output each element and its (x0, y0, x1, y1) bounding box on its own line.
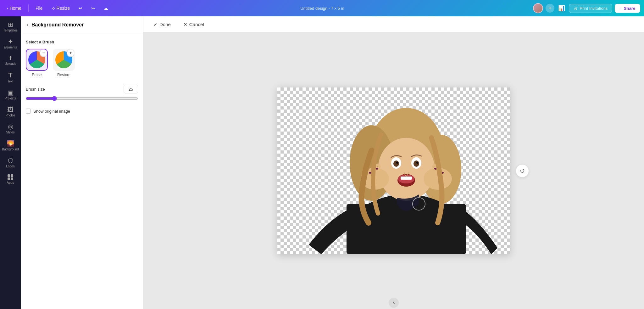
brush-size-value: 25 (124, 85, 138, 93)
sidebar-item-elements[interactable]: ✦ Elements (1, 36, 20, 52)
resize-icon: ⊹ (52, 6, 55, 11)
x-icon: ✕ (183, 22, 187, 27)
erase-overlay: − (40, 49, 48, 57)
sidebar-label-logos: Logos (6, 165, 14, 168)
restore-brush-option[interactable]: + Restore (53, 49, 75, 77)
show-original-row: Show original image (26, 109, 138, 114)
erase-label: Erase (32, 73, 42, 77)
cloud-save-button[interactable]: ☁ (101, 4, 111, 13)
sidebar-label-background: Background (2, 148, 19, 151)
back-button[interactable]: ‹ (26, 21, 29, 29)
share-label: Share (624, 6, 635, 11)
main-area: ✓ Done ✕ Cancel (143, 16, 644, 309)
canvas-container: ↺ (277, 87, 510, 254)
sidebar-item-apps[interactable]: Apps (1, 172, 20, 187)
photos-icon: 🖼 (7, 106, 14, 113)
done-button[interactable]: ✓ Done (151, 20, 173, 29)
apps-icon (8, 174, 13, 180)
redo-icon: ↪ (91, 6, 95, 11)
sidebar-item-uploads[interactable]: ⬆ Uploads (1, 53, 20, 68)
redo-button[interactable]: ↪ (88, 4, 98, 13)
undo-icon: ↩ (79, 6, 82, 11)
sidebar-label-projects: Projects (5, 97, 16, 100)
resize-label: Resize (57, 6, 70, 11)
cancel-label: Cancel (189, 22, 204, 27)
svg-point-11 (396, 162, 398, 164)
sidebar-label-templates: Templates (3, 29, 18, 32)
restore-brush-img: + (55, 51, 72, 68)
brush-size-slider-container (26, 96, 138, 102)
sidebar-item-photos[interactable]: 🖼 Photos (1, 104, 20, 120)
resize-button[interactable]: ⊹ Resize (48, 4, 73, 13)
text-icon: T (8, 72, 12, 79)
analytics-icon[interactable]: 📊 (557, 3, 566, 13)
sidebar-item-text[interactable]: T Text (1, 69, 20, 86)
templates-icon: ⊞ (8, 21, 13, 28)
avatar[interactable] (533, 3, 543, 13)
projects-icon: ▣ (8, 89, 14, 96)
uploads-icon: ⬆ (8, 55, 13, 61)
styles-icon: ◎ (8, 123, 13, 130)
sidebar: ⊞ Templates ✦ Elements ⬆ Uploads T Text … (0, 16, 21, 309)
sidebar-item-projects[interactable]: ▣ Projects (1, 87, 20, 103)
show-original-checkbox[interactable] (26, 109, 31, 114)
background-icon: 🌄 (7, 140, 14, 147)
logos-icon: ⬡ (8, 157, 13, 164)
brush-section-title: Select a Brush (26, 40, 138, 44)
restore-brush-icon-wrap: + (53, 49, 75, 71)
topbar: ‹ Home File ⊹ Resize ↩ ↪ ☁ Untitled desi… (0, 0, 644, 16)
sidebar-item-background[interactable]: 🌄 Background (1, 138, 20, 154)
refresh-icon: ↺ (520, 167, 525, 175)
sidebar-label-elements: Elements (4, 46, 17, 49)
erase-brush-img: − (28, 51, 45, 68)
cloud-icon: ☁ (104, 6, 108, 11)
undo-button[interactable]: ↩ (75, 4, 86, 13)
sidebar-item-logos[interactable]: ⬡ Logos (1, 155, 20, 171)
file-label: File (36, 6, 43, 11)
canvas-bottom: ∧ (143, 296, 644, 309)
elements-icon: ✦ (8, 38, 13, 45)
print-invitations-button[interactable]: 🖨 Print Invitations (569, 4, 612, 13)
topbar-center: Untitled design - 7 x 5 in (114, 6, 530, 11)
refresh-button[interactable]: ↺ (516, 164, 529, 177)
svg-point-12 (416, 162, 418, 164)
share-button[interactable]: ↑ Share (615, 4, 640, 13)
document-title: Untitled design - 7 x 5 in (300, 6, 344, 11)
topbar-right: + 📊 🖨 Print Invitations ↑ Share (533, 3, 640, 13)
canvas-background (277, 87, 510, 254)
share-icon: ↑ (620, 6, 622, 11)
file-button[interactable]: File (32, 4, 46, 13)
print-icon: 🖨 (574, 6, 578, 11)
chevron-up-icon: ∧ (392, 300, 395, 305)
main-layout: ⊞ Templates ✦ Elements ⬆ Uploads T Text … (0, 16, 644, 309)
svg-point-6 (378, 138, 435, 201)
svg-point-10 (414, 160, 419, 167)
sidebar-item-styles[interactable]: ◎ Styles (1, 121, 20, 137)
add-collaborator-button[interactable]: + (546, 4, 554, 13)
panel-title: Background Remover (31, 22, 84, 28)
sidebar-label-photos: Photos (5, 114, 15, 117)
brush-size-slider[interactable] (26, 96, 138, 101)
sidebar-item-templates[interactable]: ⊞ Templates (1, 19, 20, 35)
brush-size-row: Brush size 25 (26, 85, 138, 93)
topbar-separator (28, 4, 29, 12)
action-bar: ✓ Done ✕ Cancel (143, 16, 644, 33)
restore-label: Restore (57, 73, 70, 77)
sidebar-label-styles: Styles (6, 131, 14, 134)
sidebar-label-apps: Apps (7, 181, 14, 184)
cancel-button[interactable]: ✕ Cancel (181, 20, 207, 29)
restore-overlay: + (67, 49, 75, 57)
print-label: Print Invitations (580, 6, 608, 11)
home-label: Home (10, 6, 21, 11)
background-remover-panel: ‹ Background Remover Select a Brush − Er… (21, 16, 143, 309)
done-label: Done (159, 22, 171, 27)
home-button[interactable]: ‹ Home (4, 4, 25, 13)
erase-brush-option[interactable]: − Erase (26, 49, 48, 77)
sidebar-label-text: Text (8, 80, 13, 83)
svg-rect-15 (401, 177, 412, 180)
panel-header: ‹ Background Remover (21, 16, 143, 33)
collapse-panel-button[interactable]: ∧ (389, 298, 399, 308)
person-image (277, 87, 510, 254)
brush-options: − Erase + Restore (26, 49, 138, 77)
erase-brush-icon-wrap: − (26, 49, 48, 71)
